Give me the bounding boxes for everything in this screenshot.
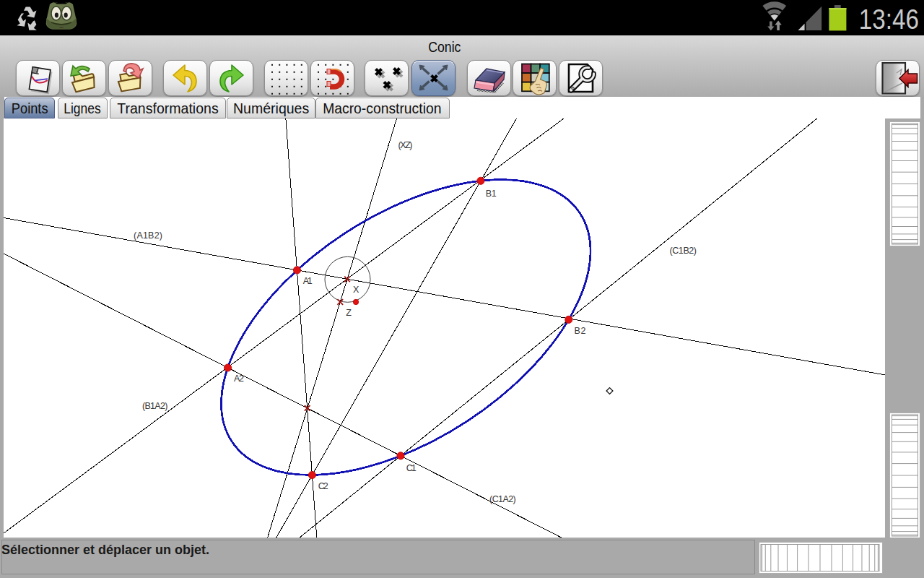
svg-text:Z: Z	[346, 308, 352, 318]
svg-text:A1: A1	[303, 276, 313, 286]
svg-text:(A1B2): (A1B2)	[134, 230, 162, 241]
svg-text:X: X	[353, 285, 359, 295]
svg-text:(XZ): (XZ)	[398, 140, 413, 150]
svg-text:(C1B2): (C1B2)	[670, 246, 697, 256]
svg-text:C2: C2	[318, 481, 328, 491]
svg-text:A2: A2	[234, 374, 244, 384]
svg-text:B2: B2	[575, 326, 586, 336]
svg-text:(C1A2): (C1A2)	[489, 494, 516, 504]
svg-text:C1: C1	[406, 463, 417, 473]
svg-text:(B1A2): (B1A2)	[142, 401, 168, 411]
svg-text:B1: B1	[486, 189, 497, 199]
